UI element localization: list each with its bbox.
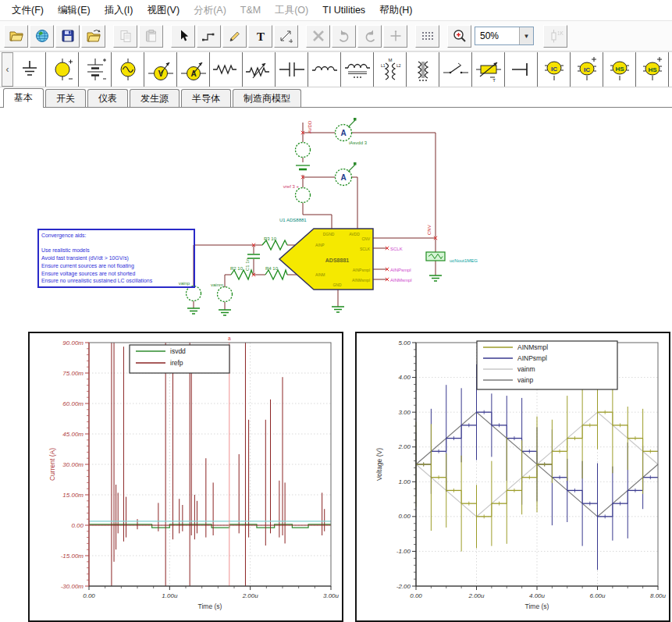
svg-text:A: A	[340, 129, 346, 137]
menu-item-help[interactable]: 帮助(H)	[372, 4, 419, 17]
tab-sources[interactable]: 发生源	[130, 89, 180, 107]
component-hs-plus-button[interactable]: HS	[636, 52, 669, 87]
component-switch-button[interactable]	[439, 52, 472, 87]
component-ic-button[interactable]: IC	[538, 52, 571, 87]
schematic-label: R3 10	[264, 236, 277, 241]
component-varistor-button[interactable]: T	[472, 52, 505, 87]
svg-text:IC: IC	[584, 66, 590, 73]
menu-item-edit[interactable]: 编辑(E)	[51, 4, 98, 17]
component-transformer-button[interactable]	[407, 52, 439, 87]
menu-item-file[interactable]: 文件(F)	[5, 4, 51, 17]
vainm-source	[218, 287, 233, 302]
generator-icon	[112, 56, 144, 83]
select-arrow-button[interactable]	[171, 25, 195, 48]
vainp-source	[187, 286, 201, 301]
pencil-button[interactable]	[222, 25, 247, 48]
zoom-in-button[interactable]	[447, 25, 471, 48]
convergence-note-line: Avoid fast transient (dV/dt > 10GV/s)	[41, 254, 191, 262]
component-tabs: 基本开关仪表发生源半导体制造商模型	[0, 87, 672, 108]
component-hs-button[interactable]: HS	[603, 52, 636, 87]
convergence-note-line: Use realistic models	[41, 247, 191, 254]
schematic-label: AINPsmpl	[390, 268, 411, 272]
tab-switches[interactable]: 开关	[45, 89, 86, 107]
capacitor-c1	[247, 254, 260, 258]
resistor-r3	[262, 240, 287, 250]
ammeter-icon: A	[178, 56, 209, 83]
schematic-label: ADS8881	[325, 258, 349, 263]
paste-button[interactable]	[139, 25, 163, 48]
component-coupled-inductors-button[interactable]: ML1L2	[374, 52, 407, 87]
component-terminal-button[interactable]	[505, 52, 538, 87]
menu-item-tools[interactable]: 工具(O)	[268, 4, 315, 17]
schematic-label: AINM	[315, 272, 325, 277]
chevron-down-icon[interactable]: ▼	[519, 27, 533, 44]
current-plot-panel[interactable]: a90.00m75.00m60.00m45.00m30.00m15.00m0.0…	[28, 332, 343, 622]
main-toolbar: T50%▼1K	[0, 21, 672, 52]
plot-left-svg: a90.00m75.00m60.00m45.00m30.00m15.00m0.0…	[30, 333, 342, 620]
component-voltage-source-button[interactable]	[46, 52, 79, 87]
tab-semiconductors[interactable]: 半导体	[181, 89, 231, 107]
undo-button[interactable]	[332, 25, 356, 48]
y-tick-label: 60.00m	[62, 400, 84, 407]
jumper-ucnout[interactable]	[426, 252, 445, 261]
schematic-canvas[interactable]: A A	[0, 108, 672, 330]
vref-source-1	[296, 143, 311, 158]
zoom-level-select[interactable]: 50%▼	[475, 27, 534, 45]
schematic-label: CNV	[427, 225, 432, 235]
redo-button[interactable]	[357, 25, 382, 48]
crosshair-icon	[387, 28, 404, 44]
component-ic-plus-button[interactable]: IC	[571, 52, 603, 87]
component-battery-button[interactable]	[79, 52, 112, 87]
x-tick-label: 1.00u	[162, 592, 178, 599]
component-potentiometer-button[interactable]	[243, 52, 276, 87]
component-ammeter-button[interactable]: A	[177, 52, 210, 87]
save-button[interactable]	[55, 25, 80, 48]
legend-label-vainm: vainm	[517, 365, 535, 373]
wire-icon	[201, 28, 218, 44]
schematic-label: R2 10	[230, 266, 244, 271]
voltage-plot-panel[interactable]: 5.004.003.002.001.000.00-1.00-2.000.002.…	[355, 332, 670, 622]
copy-button[interactable]	[113, 25, 137, 48]
component-inductor-core-button[interactable]	[341, 52, 374, 87]
schematic-label: DGND	[323, 232, 335, 236]
y-tick-label: 0.00	[398, 513, 411, 520]
x-tick-label: 2.00u	[468, 592, 485, 599]
web-open-button[interactable]	[30, 25, 54, 48]
legend: AINMsmplAINPsmplvainmvainp	[477, 341, 617, 389]
inductor-core-icon	[342, 56, 373, 83]
component-voltmeter-button[interactable]: V	[144, 52, 177, 87]
menu-item-insert[interactable]: 插入(I)	[98, 4, 140, 17]
convergence-note[interactable]: Convergence aids: Use realistic modelsAv…	[37, 229, 195, 288]
schematic-svg: A A	[0, 108, 672, 330]
text-button[interactable]: T	[248, 25, 272, 48]
open-file-button[interactable]	[81, 25, 105, 48]
y-tick-label: 3.00	[398, 409, 411, 416]
menu-item-analysis[interactable]: 分析(A)	[187, 4, 233, 17]
tab-manufacturer-models[interactable]: 制造商模型	[233, 89, 301, 107]
component-resistor-button[interactable]	[210, 52, 243, 87]
voltmeter-icon: V	[145, 56, 176, 83]
x-tick-label: 3.00u	[323, 592, 340, 599]
component-ground-button[interactable]	[13, 52, 46, 87]
component-inductor-button[interactable]	[308, 52, 341, 87]
tab-basic[interactable]: 基本	[3, 88, 44, 108]
component-capacitor-button[interactable]	[276, 52, 308, 87]
delete-button[interactable]	[306, 25, 330, 48]
component-generator-button[interactable]	[112, 52, 144, 87]
x-tick-label: 0.00	[410, 592, 422, 599]
tina-ti-window: 文件(F)编辑(E)插入(I)视图(V)分析(A)T&M工具(O)TI Util…	[0, 0, 672, 622]
measure-button[interactable]	[274, 25, 298, 48]
menu-item-ti-utilities[interactable]: TI Utilities	[315, 5, 372, 16]
ground-icon	[14, 56, 45, 83]
crosshair-button[interactable]	[383, 25, 407, 48]
wire-button[interactable]	[197, 25, 221, 48]
open-button[interactable]	[4, 25, 28, 48]
resistor-1k-button[interactable]: 1K	[543, 25, 567, 48]
menu-item-tm[interactable]: T&M	[233, 5, 268, 16]
tab-meters[interactable]: 仪表	[87, 89, 128, 107]
inductor-icon	[309, 56, 340, 83]
compbar-scroll-left[interactable]: ‹	[2, 52, 13, 87]
y-tick-label: 45.00m	[62, 431, 84, 438]
grid-button[interactable]	[415, 25, 439, 48]
menu-item-view[interactable]: 视图(V)	[140, 4, 187, 17]
